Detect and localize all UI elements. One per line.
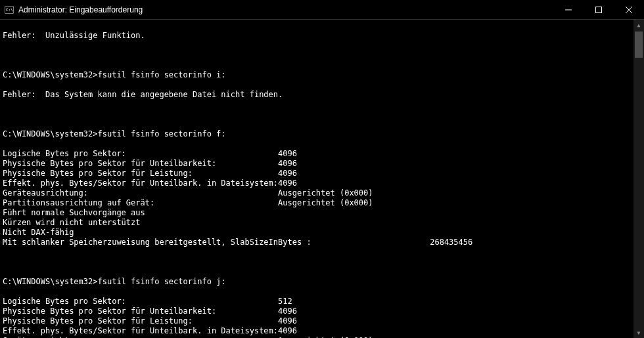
info-row: Logische Bytes pro Sektor: 4096 <box>3 149 641 159</box>
info-line: Führt normale Suchvorgänge aus <box>3 208 641 218</box>
info-row: Logische Bytes pro Sektor: 512 <box>3 297 641 306</box>
info-row: Physische Bytes pro Sektor für Unteilbar… <box>3 159 641 169</box>
prompt-line: C:\WINDOWS\system32>fsutil fsinfo sector… <box>3 70 641 80</box>
info-row: Geräteausrichtung: Ausgerichtet (0x000) <box>3 188 641 198</box>
window-title: Administrator: Eingabeaufforderung <box>18 5 553 14</box>
error-line: Fehler: Unzulässige Funktion. <box>3 31 641 41</box>
terminal-output[interactable]: Fehler: Unzulässige Funktion. C:\WINDOWS… <box>0 20 644 338</box>
maximize-button[interactable] <box>584 0 614 20</box>
error-line: Fehler: Das System kann die angegebene D… <box>3 90 641 100</box>
blank-line <box>3 110 641 119</box>
info-row: Partitionsausrichtung auf Gerät: Ausgeri… <box>3 198 641 208</box>
cmd-icon: C:\ <box>4 5 14 15</box>
scrollbar[interactable]: ▲ ▼ <box>633 20 644 338</box>
svg-text:C:\: C:\ <box>6 7 13 12</box>
drive-j-info: Logische Bytes pro Sektor: 512Physische … <box>3 297 641 338</box>
svg-rect-4 <box>596 7 602 12</box>
prompt-line: C:\WINDOWS\system32>fsutil fsinfo sector… <box>3 277 641 287</box>
blank-line <box>3 51 641 60</box>
info-row: Physische Bytes pro Sektor für Leistung:… <box>3 169 641 179</box>
scrollbar-thumb[interactable] <box>635 32 643 58</box>
window-titlebar: C:\ Administrator: Eingabeaufforderung <box>0 0 644 20</box>
slab-line: Mit schlanker Speicherzuweisung bereitge… <box>3 238 641 247</box>
info-row: Physische Bytes pro Sektor für Unteilbar… <box>3 306 641 316</box>
window-controls <box>553 0 644 20</box>
close-button[interactable] <box>614 0 644 20</box>
info-row: Effekt. phys. Bytes/Sektor für Unteilbar… <box>3 326 641 336</box>
scroll-down-arrow[interactable]: ▼ <box>633 327 644 338</box>
info-row: Effekt. phys. Bytes/Sektor für Unteilbar… <box>3 179 641 188</box>
minimize-button[interactable] <box>553 0 584 20</box>
info-line: Nicht DAX-fähig <box>3 228 641 238</box>
prompt-line: C:\WINDOWS\system32>fsutil fsinfo sector… <box>3 129 641 139</box>
blank-line <box>3 257 641 267</box>
drive-f-info: Logische Bytes pro Sektor: 4096Physische… <box>3 149 641 247</box>
info-line: Kürzen wird nicht unterstützt <box>3 218 641 228</box>
scroll-up-arrow[interactable]: ▲ <box>633 20 644 30</box>
info-row: Physische Bytes pro Sektor für Leistung:… <box>3 316 641 326</box>
